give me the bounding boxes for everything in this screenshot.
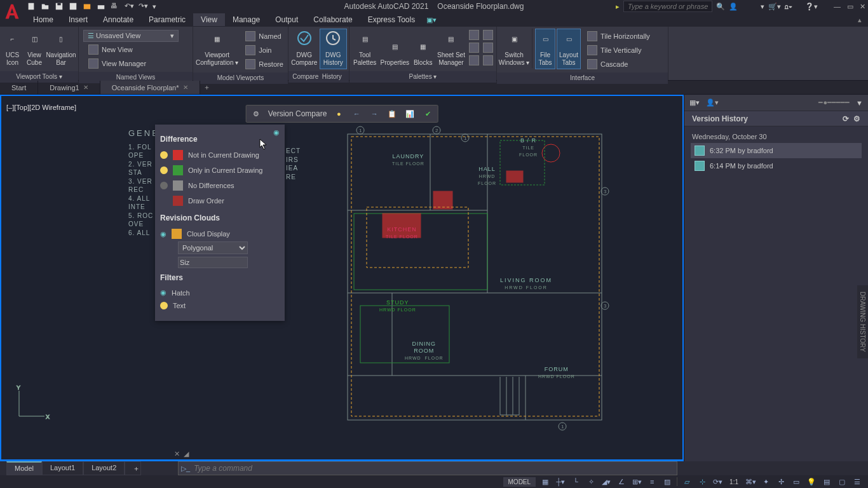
polar-icon[interactable]: ✧ <box>585 477 597 487</box>
redo-icon[interactable]: ↷▾ <box>139 2 147 11</box>
dwg-compare-button[interactable]: DWG Compare <box>290 29 318 69</box>
menu-output[interactable]: Output <box>268 13 306 26</box>
palette-6-icon[interactable] <box>483 55 493 65</box>
ribbon-collapse-icon[interactable]: ▴ <box>858 16 862 24</box>
restore-vp-button[interactable]: Restore <box>240 58 288 71</box>
palette-5-icon[interactable] <box>483 43 493 53</box>
add-tab-button[interactable]: ＋ <box>200 81 214 94</box>
web-icon[interactable] <box>83 2 92 11</box>
tile-horizontally-button[interactable]: Tile Horizontally <box>582 30 655 43</box>
view-combo[interactable]: ☰ Unsaved View▾ <box>83 30 179 42</box>
legend-only-in-current[interactable]: Only in Current Drawing <box>160 163 275 178</box>
layout-tab-model[interactable]: Model <box>6 461 42 475</box>
status-model[interactable]: MODEL <box>503 477 536 487</box>
vh-item-1[interactable]: 6:14 PM by bradford <box>691 158 862 173</box>
cloud-size-input[interactable] <box>178 257 248 268</box>
cmd-close-icon[interactable]: ✕ <box>174 450 180 458</box>
vh-dropdown-icon[interactable]: ▦▾ <box>689 98 700 107</box>
legend-draw-order[interactable]: Draw Order <box>160 193 275 208</box>
palette-3-icon[interactable] <box>469 55 479 65</box>
help-icon[interactable]: ❔▾ <box>805 3 818 11</box>
view-manager-button[interactable]: View Manager <box>83 57 191 70</box>
blocks-button[interactable]: ▦Blocks <box>411 29 435 69</box>
cmd-expand-icon[interactable]: ◢ <box>184 450 189 458</box>
palette-2-icon[interactable] <box>469 43 479 53</box>
legend-filter-hatch[interactable]: ◉Hatch <box>160 286 275 299</box>
switch-windows-button[interactable]: ▣Switch Windows ▾ <box>499 29 529 69</box>
ucs-icon-button[interactable]: ⌐UCS Icon <box>2 29 23 69</box>
tab-oceanside[interactable]: Oceanside Floorplan*✕ <box>100 81 200 94</box>
palette-4-icon[interactable] <box>483 30 493 40</box>
plot-icon[interactable] <box>97 2 105 11</box>
monitor-icon[interactable]: ▭ <box>790 477 802 487</box>
dwg-history-button[interactable]: DWG History <box>320 29 348 69</box>
gizmo-icon[interactable]: ⊹ <box>696 477 708 487</box>
vh-user-icon[interactable]: 👤▾ <box>706 98 719 107</box>
command-line[interactable]: ▷_ <box>178 461 677 475</box>
cloud-shape-select[interactable]: Polygonal <box>178 241 248 254</box>
refresh-icon[interactable]: ⟳ <box>843 114 849 123</box>
qat-dropdown-icon[interactable]: ▾ <box>153 3 156 11</box>
filter-icon[interactable]: ▼ <box>856 99 863 107</box>
menu-manage[interactable]: Manage <box>225 13 268 26</box>
close-icon[interactable]: ✕ <box>860 3 865 11</box>
viewport-config-button[interactable]: ▦Viewport Configuration ▾ <box>195 29 239 69</box>
osnap-icon[interactable]: ∠ <box>616 477 627 487</box>
save-icon[interactable] <box>55 2 64 11</box>
drawing-history-tab[interactable]: DRAWING HISTORY <box>857 285 868 358</box>
layout-tabs-button[interactable]: ▭Layout Tabs <box>557 29 581 69</box>
grid-icon[interactable]: ▦ <box>539 477 551 487</box>
dview-icon[interactable]: ⟳▾ <box>712 477 723 487</box>
command-input[interactable] <box>194 464 674 473</box>
transparency-icon[interactable]: ▨ <box>661 477 673 487</box>
tab-drawing1[interactable]: Drawing1✕ <box>38 81 100 94</box>
vh-item-0[interactable]: 6:32 PM by bradford <box>691 143 862 158</box>
viewport-label[interactable]: [–][Top][2D Wireframe] <box>6 104 76 111</box>
file-tabs-button[interactable]: ▭File Tabs <box>535 29 555 69</box>
ortho-icon[interactable]: └ <box>570 477 581 487</box>
legend-not-in-current[interactable]: Not in Current Drawing <box>160 147 275 163</box>
gear-icon[interactable]: ⚙ <box>250 108 262 119</box>
menu-insert[interactable]: Insert <box>61 13 95 26</box>
menu-parametric[interactable]: Parametric <box>141 13 193 26</box>
palette-1-icon[interactable] <box>469 30 479 40</box>
legend-no-differences[interactable]: No Differences <box>160 178 275 193</box>
new-view-button[interactable]: New View <box>83 43 191 56</box>
menu-annotate[interactable]: Annotate <box>95 13 141 26</box>
tile-vertically-button[interactable]: Tile Vertically <box>582 44 655 57</box>
properties-button[interactable]: ▤Properties <box>379 29 410 69</box>
snap-icon[interactable]: ┼▾ <box>555 477 566 487</box>
menu-collaborate[interactable]: Collaborate <box>306 13 360 26</box>
iso-icon[interactable]: ◢▾ <box>600 477 612 487</box>
cascade-button[interactable]: Cascade <box>582 58 655 71</box>
minimize-icon[interactable]: — <box>834 3 841 11</box>
menu-express-tools[interactable]: Express Tools <box>360 13 423 26</box>
open-icon[interactable] <box>41 2 50 11</box>
isolate-icon[interactable]: 💡 <box>806 477 817 487</box>
cart-icon[interactable]: 🛒▾ <box>768 3 781 11</box>
settings-icon[interactable]: ⚙ <box>853 114 860 123</box>
sheet-set-button[interactable]: ▤Sheet Set Manager <box>436 29 466 69</box>
undo-icon[interactable]: ↶▾ <box>125 2 133 11</box>
workspace-icon[interactable]: ✢ <box>775 477 787 487</box>
drawing-canvas[interactable]: [–][Top][2D Wireframe] ⚙ Version Compare… <box>0 95 684 461</box>
units-icon[interactable]: ✦ <box>760 477 771 487</box>
layout-tab-1[interactable]: Layout1 <box>42 461 83 475</box>
legend-filter-text[interactable]: Text <box>160 299 275 312</box>
track-icon[interactable]: ⊞▾ <box>631 477 642 487</box>
selection-icon[interactable]: ▱ <box>681 477 693 487</box>
hardware-icon[interactable]: ▤ <box>821 477 832 487</box>
close-icon[interactable]: ✕ <box>183 84 188 91</box>
tool-palettes-button[interactable]: ▤Tool Palettes <box>351 29 378 69</box>
saveas-icon[interactable] <box>69 2 78 11</box>
legend-collapse-icon[interactable]: ◉ <box>273 128 280 137</box>
print-icon[interactable]: 🖶 <box>111 2 119 11</box>
new-icon[interactable] <box>27 2 36 11</box>
account-icon[interactable]: 👤 <box>729 3 738 11</box>
lineweight-icon[interactable]: ≡ <box>646 477 658 487</box>
layout-tab-2[interactable]: Layout2 <box>83 461 125 475</box>
close-icon[interactable]: ✕ <box>83 84 88 91</box>
join-vp-button[interactable]: Join <box>240 44 288 57</box>
tab-start[interactable]: Start <box>0 81 38 94</box>
search-icon[interactable]: 🔍 <box>716 3 725 11</box>
